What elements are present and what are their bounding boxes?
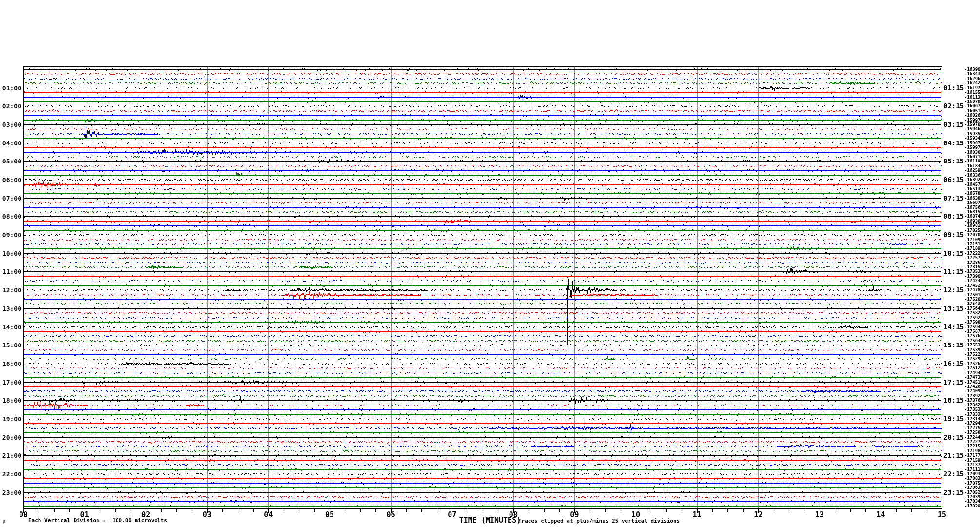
left-time-label: 21:00	[0, 452, 21, 459]
right-trace-value: -17473	[964, 375, 980, 380]
right-trace-value: -16259	[964, 168, 980, 173]
helicorder-canvas	[0, 0, 980, 527]
left-time-label: 18:00	[0, 397, 21, 404]
left-time-label: 23:00	[0, 489, 21, 496]
right-time-label: 01:15	[943, 84, 964, 91]
right-trace-value: -15946	[964, 127, 980, 131]
left-time-label: 17:00	[0, 379, 21, 385]
right-trace-value: -17294	[964, 421, 980, 426]
right-trace-value: -17177	[964, 453, 980, 458]
clip-note: Traces clipped at plus/minus 25 vertical…	[518, 518, 680, 524]
right-trace-value: -17258	[964, 430, 980, 435]
right-time-label: 15:15	[943, 342, 964, 348]
right-trace-value: -17353	[964, 269, 980, 274]
right-trace-value: -16242	[964, 81, 980, 85]
right-trace-value: -17598	[964, 320, 980, 324]
left-time-label: 06:00	[0, 177, 21, 183]
right-trace-value: -16981	[964, 223, 980, 228]
x-tick-label: 12	[748, 510, 768, 519]
x-tick-label: 03	[197, 510, 217, 519]
right-trace-value: -17543	[964, 302, 980, 306]
left-time-label: 13:00	[0, 305, 21, 312]
right-trace-value: -16155	[964, 90, 980, 95]
left-time-label: 01:00	[0, 85, 21, 91]
right-time-label: 19:15	[943, 415, 964, 422]
left-time-label: 14:00	[0, 324, 21, 330]
right-time-label: 09:15	[943, 231, 964, 238]
right-time-label: 23:15	[943, 489, 964, 496]
right-trace-value: -15934	[964, 136, 980, 141]
x-tick-label: 15	[932, 510, 952, 519]
right-trace-value: -16343	[964, 72, 980, 76]
right-trace-value: -17424	[964, 279, 980, 283]
right-trace-value: -17029	[964, 504, 980, 508]
left-time-label: 22:00	[0, 471, 21, 477]
right-time-label: 14:15	[943, 324, 964, 330]
right-trace-value: -16392	[964, 178, 980, 182]
right-time-label: 06:15	[943, 176, 964, 183]
right-trace-value: -17189	[964, 246, 980, 251]
right-time-label: 07:15	[943, 195, 964, 202]
left-time-label: 04:00	[0, 140, 21, 146]
x-tick-label: 05	[320, 510, 339, 519]
right-trace-value: -17553	[964, 343, 980, 347]
x-tick-label: 13	[810, 510, 829, 519]
right-trace-value: -17063	[964, 486, 980, 490]
right-time-label: 11:15	[943, 268, 964, 275]
left-time-label: 20:00	[0, 434, 21, 441]
left-time-label: 19:00	[0, 416, 21, 422]
right-trace-value: -17083	[964, 476, 980, 481]
right-trace-value: -17582	[964, 311, 980, 315]
left-time-label: 08:00	[0, 213, 21, 220]
left-time-label: 12:00	[0, 287, 21, 293]
right-time-label: 02:15	[943, 102, 964, 109]
right-trace-value: -15997	[964, 145, 980, 150]
right-time-label: 22:15	[943, 470, 964, 477]
right-trace-value: -16578	[964, 191, 980, 196]
right-trace-value: -16067	[964, 104, 980, 108]
right-time-label: 08:15	[943, 213, 964, 220]
right-trace-value: -16697	[964, 201, 980, 205]
left-time-label: 02:00	[0, 103, 21, 109]
x-tick-label: 04	[258, 510, 278, 519]
right-time-label: 05:15	[943, 158, 964, 164]
left-time-label: 09:00	[0, 232, 21, 238]
corner-mark: µ	[3, 519, 5, 524]
left-time-label: 05:00	[0, 158, 21, 164]
right-trace-value: -16119	[964, 159, 980, 163]
right-trace-value: -17257	[964, 256, 980, 260]
right-time-label: 18:15	[943, 397, 964, 404]
left-time-label: 07:00	[0, 195, 21, 202]
right-trace-value: -17353	[964, 407, 980, 412]
right-time-label: 10:15	[943, 250, 964, 257]
right-time-label: 13:15	[943, 305, 964, 312]
left-time-label: 03:00	[0, 122, 21, 128]
right-trace-value: -16874	[964, 214, 980, 219]
helicorder-page: P S L atras eismology ab Apr14,2026SERG …	[0, 0, 980, 527]
right-trace-value: -17512	[964, 366, 980, 370]
scale-note: Each Vertical Division = 100.00 microvol…	[28, 517, 167, 524]
right-trace-value: -17070	[964, 233, 980, 237]
right-trace-value: -17576	[964, 334, 980, 338]
right-time-label: 12:15	[943, 286, 964, 293]
right-trace-value: -16026	[964, 113, 980, 118]
right-time-label: 03:15	[943, 121, 964, 128]
left-time-label: 10:00	[0, 250, 21, 257]
left-time-label: 16:00	[0, 361, 21, 367]
left-time-label: 15:00	[0, 342, 21, 348]
right-trace-value: -17529	[964, 357, 980, 361]
right-trace-value: -17034	[964, 499, 980, 504]
right-time-label: 17:15	[943, 379, 964, 385]
x-tick-label: 11	[687, 510, 707, 519]
right-trace-value: -17376	[964, 398, 980, 403]
right-trace-value: -17409	[964, 389, 980, 393]
x-tick-label: 06	[381, 510, 401, 519]
x-tick-label: 14	[871, 510, 890, 519]
right-time-label: 21:15	[943, 452, 964, 459]
right-trace-value: -17478	[964, 288, 980, 292]
left-time-label: 11:00	[0, 268, 21, 275]
right-trace-value: -17215	[964, 444, 980, 448]
right-trace-value: -17137	[964, 463, 980, 467]
right-time-label: 04:15	[943, 140, 964, 146]
right-time-label: 16:15	[943, 360, 964, 367]
